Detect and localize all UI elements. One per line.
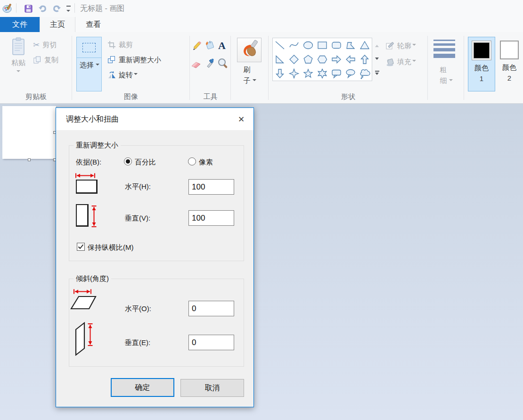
clipboard-group-label: 剪贴板	[0, 92, 72, 101]
close-icon[interactable]: ✕	[235, 113, 247, 125]
rotate-button[interactable]: 旋转	[107, 69, 138, 81]
fill-bucket-icon[interactable]	[204, 40, 215, 51]
color2-label: 颜色 2	[501, 62, 517, 83]
pencil-icon[interactable]	[191, 41, 203, 52]
radio-pixels[interactable]	[188, 157, 196, 165]
copy-icon	[33, 56, 41, 64]
brush-label-wrap[interactable]: 刷子	[237, 64, 262, 86]
group-divider	[230, 36, 231, 100]
text-icon[interactable]: A	[216, 40, 228, 51]
resize-button[interactable]: 重新调整大小	[107, 54, 161, 66]
shape-right-triangle[interactable]	[273, 52, 287, 66]
cancel-button[interactable]: 取消	[180, 379, 244, 397]
shape-rounded-rectangle[interactable]	[329, 38, 343, 52]
dialog-title: 调整大小和扭曲	[66, 115, 119, 124]
ok-button[interactable]: 确定	[111, 378, 174, 397]
shape-arrow-down[interactable]	[273, 66, 287, 81]
crop-label: 裁剪	[119, 41, 133, 49]
resize-skew-dialog: 调整大小和扭曲 ✕ 重新调整大小 依据(B): 百分比 像素 水平(H):	[56, 107, 254, 407]
paste-button[interactable]: 粘贴	[6, 37, 31, 91]
skew-horizontal-arrow-icon	[73, 288, 92, 295]
resize-horizontal-input[interactable]	[188, 179, 234, 195]
shape-star-4[interactable]	[287, 66, 301, 81]
select-rectangle-icon	[82, 43, 96, 52]
copy-button[interactable]: 复制	[33, 54, 58, 66]
canvas-resize-handle-bottom[interactable]	[28, 158, 31, 161]
color2-button[interactable]: 颜色 2	[498, 37, 521, 91]
shape-pentagon[interactable]	[301, 52, 315, 66]
brush-button[interactable]	[237, 38, 262, 62]
shape-polygon[interactable]	[343, 38, 358, 52]
shapes-scroll-up-button[interactable]	[373, 38, 381, 52]
ribbon-tab-bar: 文件 主页 查看	[0, 17, 523, 32]
outline-icon	[385, 41, 394, 50]
resize-group-label: 重新调整大小	[74, 141, 121, 150]
group-divider	[189, 36, 190, 100]
outline-button[interactable]: 轮廓	[385, 40, 416, 52]
crop-button[interactable]: 裁剪	[107, 39, 133, 51]
group-divider	[72, 36, 72, 100]
resize-by-label: 依据(B):	[76, 158, 101, 167]
skew-groupbox: 倾斜(角度)	[69, 279, 244, 367]
shape-hexagon[interactable]	[315, 52, 329, 66]
shape-line[interactable]	[273, 38, 287, 52]
redo-button[interactable]	[51, 3, 62, 14]
skew-horizontal-icon	[69, 295, 98, 311]
shape-star-5[interactable]	[301, 66, 315, 81]
skew-horizontal-input[interactable]	[188, 301, 234, 316]
paint-logo-icon[interactable]	[2, 3, 13, 14]
color1-label: 颜色 1	[474, 62, 490, 84]
shape-diamond[interactable]	[287, 52, 301, 66]
shape-ellipse[interactable]	[301, 38, 315, 52]
cut-button[interactable]: ✂ 剪切	[33, 39, 57, 51]
vertical-arrow-icon	[91, 205, 97, 228]
shape-triangle[interactable]	[358, 38, 372, 52]
skew-group-label: 倾斜(角度)	[74, 274, 111, 283]
shape-arrow-right[interactable]	[329, 52, 343, 66]
skew-vertical-arrow-icon	[87, 323, 93, 346]
radio-percentage[interactable]	[124, 157, 132, 165]
tab-view[interactable]: 查看	[75, 17, 111, 32]
tab-file[interactable]: 文件	[0, 17, 40, 32]
maintain-aspect-checkbox[interactable]	[77, 243, 85, 251]
shape-callout-oval[interactable]	[343, 66, 358, 81]
eyedropper-icon[interactable]	[204, 58, 215, 69]
shape-rectangle[interactable]	[315, 38, 329, 52]
dialog-title-bar[interactable]: 调整大小和扭曲 ✕	[56, 108, 253, 130]
select-button[interactable]: 选择	[76, 37, 102, 91]
shape-callout-rounded[interactable]	[329, 66, 343, 81]
work-area: 调整大小和扭曲 ✕ 重新调整大小 依据(B): 百分比 像素 水平(H):	[0, 104, 523, 420]
cut-label: 剪切	[42, 41, 57, 49]
qat-customize-button[interactable]	[65, 6, 71, 16]
undo-button[interactable]	[37, 3, 48, 14]
shape-star-6[interactable]	[315, 66, 329, 81]
shape-curve[interactable]	[287, 38, 301, 52]
shapes-more-button[interactable]	[373, 66, 381, 81]
magnifier-icon[interactable]	[217, 58, 229, 69]
resize-label: 重新调整大小	[119, 56, 161, 65]
size-icon[interactable]	[433, 40, 455, 60]
fill-button[interactable]: 填充	[385, 56, 416, 68]
shape-arrow-left[interactable]	[343, 52, 358, 66]
resize-vertical-input[interactable]	[188, 210, 234, 226]
qat-separator	[74, 3, 75, 13]
radio-pixels-label: 像素	[199, 158, 213, 167]
shape-arrow-up[interactable]	[358, 52, 372, 66]
resize-horizontal-label: 水平(H):	[125, 182, 151, 191]
eraser-icon[interactable]	[190, 58, 202, 70]
skew-vertical-input[interactable]	[188, 335, 234, 350]
resize-vertical-icon	[76, 204, 89, 227]
checkmark-icon	[78, 244, 84, 250]
drawing-canvas[interactable]	[2, 106, 56, 159]
clipboard-icon	[11, 37, 25, 56]
shapes-scroll-down-button[interactable]	[373, 52, 381, 67]
color1-button[interactable]: 颜色 1	[468, 37, 495, 91]
resize-icon	[107, 56, 116, 64]
skew-vertical-icon	[73, 321, 87, 357]
shape-callout-cloud[interactable]	[358, 66, 372, 81]
resize-vertical-label: 垂直(V):	[125, 214, 150, 223]
tab-home[interactable]: 主页	[40, 17, 75, 32]
copy-label: 复制	[44, 56, 58, 65]
save-button[interactable]	[23, 3, 34, 14]
size-button[interactable]: 粗细	[428, 64, 464, 86]
